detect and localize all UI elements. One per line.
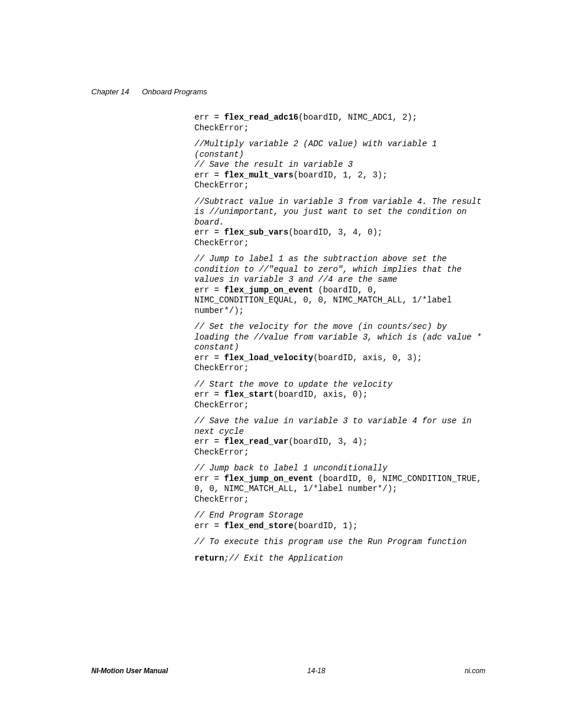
page-header: Chapter 14 Onboard Programs	[91, 87, 485, 96]
code-comment: // Jump back to label 1 unconditionallye…	[194, 463, 485, 505]
code-comment: // Jump to label 1 as the subtraction ab…	[194, 254, 485, 316]
code-comment: // Set the velocity for the move (in cou…	[194, 322, 485, 374]
footer-manual-title: NI-Motion User Manual	[91, 667, 168, 675]
code-comment: // Save the value in variable 3 to varia…	[194, 416, 485, 457]
code-comment: //Subtract value in variable 3 from vari…	[194, 197, 485, 249]
code-comment: // Start the move to update the velocity…	[194, 380, 485, 411]
page-footer: NI-Motion User Manual ni.com 14-18	[91, 667, 485, 675]
page: Chapter 14 Onboard Programs err = flex_r…	[0, 0, 562, 728]
chapter-title: Onboard Programs	[142, 87, 207, 96]
chapter-label: Chapter 14	[91, 87, 129, 96]
code-comment: // To execute this program use the Run P…	[194, 537, 485, 548]
footer-site: ni.com	[465, 667, 485, 675]
code-block: err = flex_read_adc16(boardID, NIMC_ADC1…	[194, 113, 485, 564]
code-comment: // End Program Storageerr = flex_end_sto…	[194, 510, 485, 531]
code-line: err = flex_read_adc16(boardID, NIMC_ADC1…	[194, 113, 485, 133]
code-line: return;// Exit the Application	[194, 554, 485, 564]
code-comment: //Multiply variable 2 (ADC value) with v…	[194, 139, 485, 191]
